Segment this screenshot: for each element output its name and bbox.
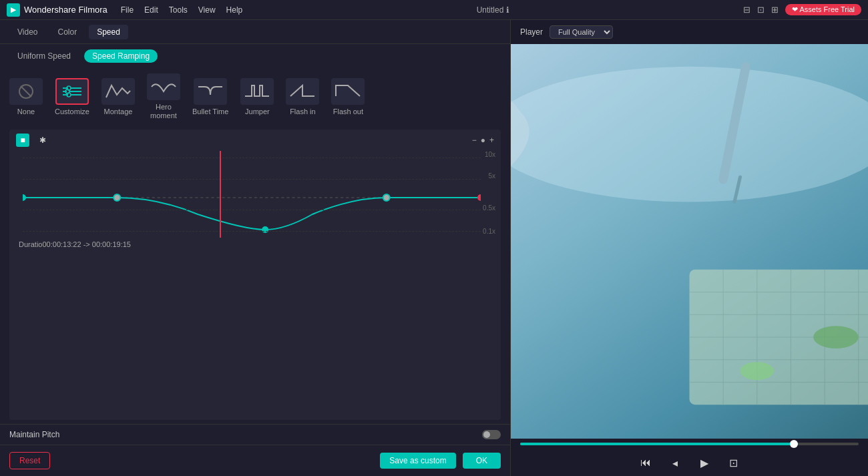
maintain-pitch-row: Maintain Pitch [0, 424, 510, 445]
video-preview [511, 44, 868, 439]
zoom-in-icon[interactable]: + [489, 136, 494, 145]
play-button[interactable]: ▶ [695, 453, 714, 472]
menu-bar: File Edit Tools View Help [121, 5, 243, 15]
tab-speed[interactable]: Speed [89, 25, 128, 39]
preset-bullet-time-icon [194, 78, 227, 105]
y-label-5x: 5x [488, 172, 495, 180]
svg-point-14 [262, 226, 268, 233]
window-maximize[interactable]: ⊡ [757, 5, 765, 15]
app-logo: ▶ Wondershare Filmora [7, 3, 107, 17]
player-label: Player [520, 27, 543, 37]
menu-tools[interactable]: Tools [169, 5, 188, 15]
graph-playhead [220, 151, 221, 238]
player-progress [511, 439, 868, 449]
preset-flash-out[interactable]: Flash out [331, 78, 365, 116]
graph-canvas: 10x 5x 0.5x 0.1x [23, 151, 481, 238]
menu-file[interactable]: File [121, 5, 134, 15]
property-tabs: Video Color Speed [0, 20, 510, 44]
graph-settings-button[interactable]: ✱ [36, 134, 49, 147]
svg-point-34 [813, 326, 859, 348]
preset-montage-label: Montage [104, 107, 133, 116]
preset-montage[interactable]: Montage [101, 78, 135, 116]
main-layout: Video Color Speed Uniform Speed Speed Ra… [0, 20, 868, 476]
preset-none-label: None [17, 107, 35, 116]
progress-fill [520, 443, 798, 445]
preset-customize-icon [55, 78, 89, 105]
zoom-dot: ● [481, 136, 485, 145]
progress-thumb[interactable] [790, 440, 798, 448]
tab-color[interactable]: Color [49, 25, 85, 39]
action-buttons: Reset Save as custom OK [0, 445, 510, 476]
preset-none-icon [9, 78, 43, 105]
window-minimize[interactable]: ⊟ [743, 5, 750, 15]
svg-point-12 [23, 194, 26, 201]
app-name: Wondershare Filmora [24, 5, 107, 15]
video-frame [511, 44, 868, 439]
preset-flash-out-icon [331, 78, 365, 105]
player-panel: Player Full Quality Half Quality [511, 20, 868, 476]
preset-customize-label: Customize [55, 107, 89, 116]
zoom-out-icon[interactable]: − [472, 136, 477, 145]
quality-select[interactable]: Full Quality Half Quality [550, 25, 613, 39]
svg-point-16 [477, 194, 481, 201]
preset-hero-moment-icon [147, 73, 180, 100]
preset-bullet-time[interactable]: Bullet Time [192, 78, 228, 116]
duration-display: Duratio00:00:13:22 -> 00:00:19:15 [9, 238, 501, 251]
menu-view[interactable]: View [198, 5, 216, 15]
preset-bullet-time-label: Bullet Time [192, 107, 228, 116]
maintain-pitch-label: Maintain Pitch [9, 430, 482, 439]
topbar: ▶ Wondershare Filmora File Edit Tools Vi… [0, 0, 868, 20]
svg-point-18 [511, 67, 868, 202]
menu-edit[interactable]: Edit [144, 5, 158, 15]
preset-hero-moment-label: Heromoment [150, 103, 177, 120]
speed-graph: ■ ✱ − ● + 10x 5x 0.5x 0.1x [9, 130, 501, 420]
svg-point-13 [114, 194, 120, 201]
grid-line-4 [23, 231, 481, 232]
graph-toolbar: ■ ✱ − ● + [9, 130, 501, 151]
preset-hero-moment[interactable]: Heromoment [147, 73, 180, 120]
speed-curve-svg [23, 151, 481, 238]
preset-flash-out-label: Flash out [333, 107, 363, 116]
document-title: Untitled ℹ [256, 5, 730, 15]
speed-panel: Uniform Speed Speed Ramping None [0, 44, 510, 476]
left-panel: Video Color Speed Uniform Speed Speed Ra… [0, 20, 511, 476]
reset-button[interactable]: Reset [9, 452, 50, 469]
y-label-01x: 0.1x [483, 228, 495, 235]
preset-customize[interactable]: Customize [55, 78, 89, 116]
preset-montage-icon [101, 78, 135, 105]
graph-add-button[interactable]: ■ [16, 134, 29, 147]
window-grid[interactable]: ⊞ [771, 5, 779, 15]
svg-point-33 [740, 362, 774, 380]
player-controls: ⏮ ◂ ▶ ⊡ [511, 449, 868, 476]
progress-bar[interactable] [520, 443, 859, 445]
logo-icon: ▶ [7, 3, 20, 17]
save-as-custom-button[interactable]: Save as custom [380, 453, 455, 469]
graph-zoom: − ● + [472, 136, 494, 145]
preset-jumper[interactable]: Jumper [240, 78, 274, 116]
preset-jumper-label: Jumper [245, 107, 270, 116]
assets-free-trial-button[interactable]: ❤ Assets Free Trial [785, 4, 861, 15]
grid-line-2 [23, 179, 481, 180]
speed-subtabs: Uniform Speed Speed Ramping [0, 44, 510, 68]
preset-none[interactable]: None [9, 78, 43, 116]
preset-flash-in-icon [286, 78, 319, 105]
step-back-button[interactable]: ◂ [666, 453, 684, 472]
grid-line-3 [23, 210, 481, 210]
speed-presets: None [0, 68, 510, 126]
tab-video[interactable]: Video [9, 25, 45, 39]
maintain-pitch-toggle[interactable] [482, 430, 501, 439]
menu-help[interactable]: Help [226, 5, 243, 15]
rewind-button[interactable]: ⏮ [636, 453, 655, 472]
subtab-uniform-speed[interactable]: Uniform Speed [9, 49, 79, 63]
y-label-05x: 0.5x [483, 204, 495, 212]
preset-flash-in-label: Flash in [290, 107, 316, 116]
svg-point-15 [383, 194, 390, 201]
player-header: Player Full Quality Half Quality [511, 20, 868, 44]
subtab-speed-ramping[interactable]: Speed Ramping [84, 49, 158, 63]
preset-jumper-icon [240, 78, 274, 105]
svg-line-1 [21, 86, 31, 97]
ok-button[interactable]: OK [463, 453, 501, 469]
grid-line-1 [23, 158, 481, 158]
fullscreen-button[interactable]: ⊡ [724, 453, 743, 472]
preset-flash-in[interactable]: Flash in [286, 78, 319, 116]
